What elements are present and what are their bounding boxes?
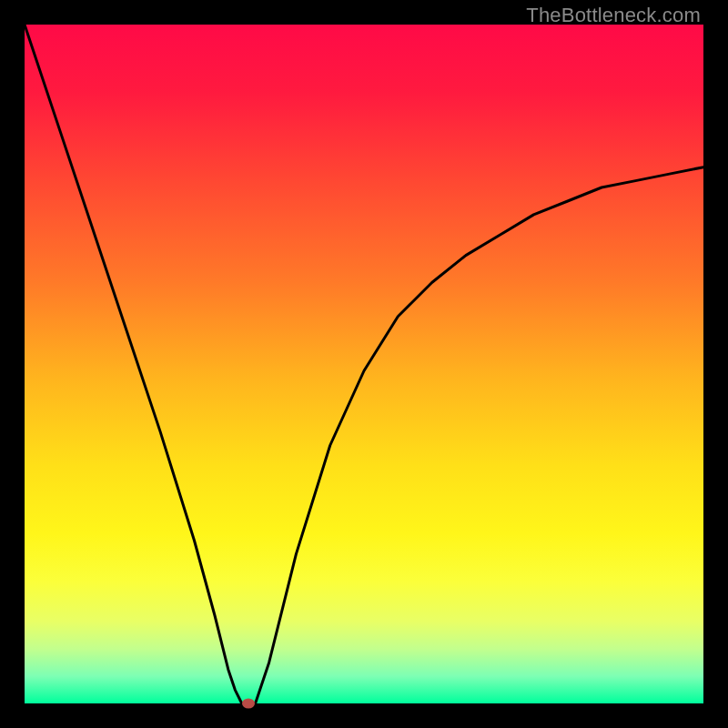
bottleneck-curve [25,25,703,703]
plot-area [25,25,703,703]
chart-frame: TheBottleneck.com [0,0,728,728]
curve-svg [25,25,703,703]
optimum-marker [242,699,255,709]
